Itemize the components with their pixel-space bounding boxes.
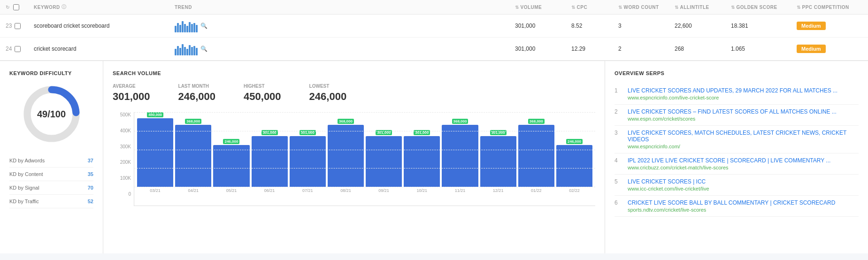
row-23-keyword: scoreboard cricket scoreboard <box>34 23 175 29</box>
serp-num: 6 <box>615 199 622 213</box>
y-label-300k: 300K <box>120 144 131 149</box>
kd-adwords-label: KD by Adwords <box>9 158 45 163</box>
serp-item: 4 IPL 2022 LIVE LIVE CRICKET SCORE | SCO… <box>615 153 859 175</box>
bar-rect <box>518 125 554 187</box>
sv-average-value: 301,000 <box>113 91 150 103</box>
header-volume[interactable]: ⇅ VOLUME <box>515 5 571 10</box>
row-24-ppc: Medium <box>797 45 862 53</box>
row-23-word-count: 3 <box>618 23 675 29</box>
trend-bar <box>177 46 179 55</box>
x-axis-label: 10/21 <box>404 187 440 196</box>
x-axis-label: 09/21 <box>366 187 402 196</box>
serp-url: www.espncricinfo.com/ <box>628 144 859 149</box>
keyword-info-icon: ⓘ <box>61 4 67 10</box>
header-word-count[interactable]: ⇅ WORD COUNT <box>618 5 675 10</box>
row-24-allintitle: 268 <box>675 46 731 52</box>
kd-metric-signal: KD by Signal 70 <box>9 181 93 195</box>
sv-highest-label: HIGHEST <box>244 84 281 89</box>
row-24-volume: 301,000 <box>515 46 571 52</box>
trend-bar <box>193 46 195 55</box>
trend-bar <box>184 47 186 55</box>
bar-rect <box>442 125 478 187</box>
sort-icon: ⇅ <box>515 5 519 10</box>
serp-num: 5 <box>615 178 622 191</box>
trend-bar <box>186 49 188 55</box>
serp-title[interactable]: LIVE CRICKET SCORES – FIND LATEST SCORES… <box>628 108 837 115</box>
header-ppc[interactable]: ⇅ PPC COMPETITION <box>797 5 862 10</box>
grid-line <box>134 131 595 131</box>
grid-line <box>134 187 595 187</box>
select-all-checkbox[interactable] <box>13 4 19 10</box>
row-23-golden-score: 18.381 <box>731 23 797 29</box>
sv-highest-value: 450,000 <box>244 91 281 103</box>
x-axis-label: 07/21 <box>290 187 326 196</box>
kd-metric-content: KD by Content 35 <box>9 168 93 181</box>
trend-bar <box>189 22 191 32</box>
trend-bar <box>184 24 186 32</box>
trend-bar <box>191 24 193 32</box>
y-label-200k: 200K <box>120 160 131 165</box>
serp-title[interactable]: LIVE CRICKET SCORES | ICC <box>628 178 709 185</box>
trend-bar <box>186 26 188 32</box>
serp-title[interactable]: LIVE CRICKET SCORES, MATCH SCHEDULES, LA… <box>628 130 859 143</box>
bottom-panels: KEYWORD DIFFICULTY 49/100 KD by Adwords … <box>0 61 868 253</box>
serp-url: sports.ndtv.com/cricket/live-scores <box>628 207 835 213</box>
kd-metrics: KD by Adwords 37 KD by Content 35 KD by … <box>9 154 93 208</box>
serp-item: 2 LIVE CRICKET SCORES – FIND LATEST SCOR… <box>615 105 859 126</box>
serp-content: LIVE CRICKET SCORES – FIND LATEST SCORES… <box>628 108 837 122</box>
cpc-sort-icon: ⇅ <box>571 5 576 10</box>
kd-adwords-value: 37 <box>88 158 93 163</box>
serp-content: LIVE CRICKET SCORES AND UPDATES, 29 MARC… <box>628 87 837 100</box>
serp-title[interactable]: CRICKET LIVE SCORE BALL BY BALL COMMENTA… <box>628 199 835 206</box>
trend-bar <box>179 25 181 32</box>
sv-stat-last-month: LAST MONTH 246,000 <box>178 84 216 103</box>
header-num: ↻ <box>6 4 34 10</box>
bar-rect <box>137 118 173 187</box>
refresh-icon[interactable]: ↻ <box>6 5 10 10</box>
grid-line <box>134 112 595 113</box>
trend-bar <box>179 48 181 55</box>
row-24-trend: 🔍 <box>175 42 515 55</box>
header-trend[interactable]: TREND <box>175 5 515 10</box>
trend-bar <box>182 44 184 55</box>
bar-value-label: 368,000 <box>452 119 469 124</box>
serp-item: 5 LIVE CRICKET SCORES | ICC www.icc-cric… <box>615 175 859 196</box>
row-23-trend: 🔍 <box>175 19 515 32</box>
bar-rect <box>480 136 516 187</box>
header-golden-score[interactable]: ⇅ GOLDEN SCORE <box>731 5 797 10</box>
bar-rect <box>366 136 402 187</box>
serp-title[interactable]: IPL 2022 LIVE LIVE CRICKET SCORE | SCORE… <box>628 157 830 164</box>
y-label-400k: 400K <box>120 128 131 133</box>
bar-rect <box>328 125 364 187</box>
ppc-sort-icon: ⇅ <box>797 5 801 10</box>
serp-url: www.espncricinfo.com/live-cricket-score <box>628 95 837 100</box>
header-cpc[interactable]: ⇅ CPC <box>571 5 618 10</box>
serp-title[interactable]: LIVE CRICKET SCORES AND UPDATES, 29 MARC… <box>628 87 837 94</box>
trend-bar <box>175 26 177 32</box>
x-axis-labels: 03/2104/2105/2106/2107/2108/2109/2110/21… <box>134 187 595 196</box>
row-23-checkbox[interactable] <box>15 23 21 29</box>
header-allintitle[interactable]: ⇅ ALLINTITLE <box>675 5 731 10</box>
bar-value-label: 368,000 <box>528 119 545 124</box>
serps-list: 1 LIVE CRICKET SCORES AND UPDATES, 29 MA… <box>615 84 859 217</box>
x-axis-label: 11/21 <box>442 187 478 196</box>
trend-search-icon-24[interactable]: 🔍 <box>200 46 207 52</box>
serp-content: CRICKET LIVE SCORE BALL BY BALL COMMENTA… <box>628 199 835 213</box>
kd-content-value: 35 <box>88 171 93 177</box>
trend-bars-24 <box>175 42 198 55</box>
serp-content: LIVE CRICKET SCORES | ICC www.icc-cricke… <box>628 178 709 191</box>
row-24-checkbox[interactable] <box>15 46 21 52</box>
row-23-cpc: 8.52 <box>571 23 618 29</box>
bar-value-label: 368,000 <box>185 119 201 124</box>
row-24-cpc: 12.29 <box>571 46 618 52</box>
table-row: 23 scoreboard cricket scoreboard 🔍 301,0… <box>0 15 868 38</box>
sv-lastmonth-value: 246,000 <box>178 91 216 103</box>
serp-content: IPL 2022 LIVE LIVE CRICKET SCORE | SCORE… <box>628 157 830 170</box>
trend-search-icon-23[interactable]: 🔍 <box>200 23 207 29</box>
row-num-23: 23 <box>6 23 34 29</box>
trend-bar <box>196 48 198 55</box>
serp-url: www.icc-cricket.com/live-cricket/live <box>628 186 709 191</box>
trend-bar <box>189 45 191 55</box>
x-axis-label: 08/21 <box>328 187 364 196</box>
at-sort-icon: ⇅ <box>675 5 679 10</box>
